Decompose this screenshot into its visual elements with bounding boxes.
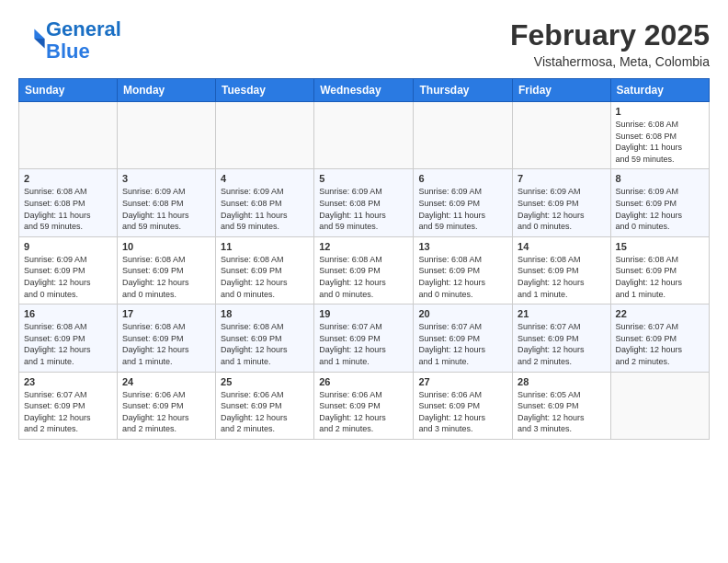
week-row-4: 23Sunrise: 6:07 AM Sunset: 6:09 PM Dayli… <box>19 372 710 439</box>
day-cell: 18Sunrise: 6:08 AM Sunset: 6:09 PM Dayli… <box>216 304 314 372</box>
day-number: 21 <box>518 308 606 319</box>
day-number: 15 <box>616 241 704 252</box>
calendar-body: 1Sunrise: 6:08 AM Sunset: 6:08 PM Daylig… <box>19 102 710 440</box>
day-info: Sunrise: 6:07 AM Sunset: 6:09 PM Dayligh… <box>616 321 704 367</box>
day-info: Sunrise: 6:06 AM Sunset: 6:09 PM Dayligh… <box>319 389 408 435</box>
day-info: Sunrise: 6:09 AM Sunset: 6:09 PM Dayligh… <box>24 254 112 300</box>
day-info: Sunrise: 6:08 AM Sunset: 6:08 PM Dayligh… <box>24 186 112 232</box>
weekday-sunday: Sunday <box>19 79 118 102</box>
day-cell: 27Sunrise: 6:06 AM Sunset: 6:09 PM Dayli… <box>414 372 513 439</box>
svg-marker-0 <box>34 29 44 40</box>
day-cell: 21Sunrise: 6:07 AM Sunset: 6:09 PM Dayli… <box>513 304 611 372</box>
day-info: Sunrise: 6:08 AM Sunset: 6:09 PM Dayligh… <box>24 321 112 367</box>
weekday-wednesday: Wednesday <box>314 79 414 102</box>
day-cell: 24Sunrise: 6:06 AM Sunset: 6:09 PM Dayli… <box>117 372 215 439</box>
day-number: 23 <box>24 376 112 387</box>
day-number: 2 <box>24 173 112 184</box>
day-cell: 22Sunrise: 6:07 AM Sunset: 6:09 PM Dayli… <box>610 304 709 372</box>
calendar: SundayMondayTuesdayWednesdayThursdayFrid… <box>18 78 710 440</box>
day-cell: 12Sunrise: 6:08 AM Sunset: 6:09 PM Dayli… <box>314 236 414 304</box>
day-number: 25 <box>221 376 309 387</box>
title-area: February 2025 Vistahermosa, Meta, Colomb… <box>510 18 710 69</box>
day-info: Sunrise: 6:07 AM Sunset: 6:09 PM Dayligh… <box>319 321 408 367</box>
day-info: Sunrise: 6:09 AM Sunset: 6:08 PM Dayligh… <box>221 186 309 232</box>
day-number: 11 <box>221 241 309 252</box>
day-cell: 19Sunrise: 6:07 AM Sunset: 6:09 PM Dayli… <box>314 304 414 372</box>
day-cell: 28Sunrise: 6:05 AM Sunset: 6:09 PM Dayli… <box>513 372 611 439</box>
day-number: 19 <box>319 308 408 319</box>
day-number: 4 <box>221 173 309 184</box>
logo: General Blue <box>18 18 121 63</box>
day-cell: 25Sunrise: 6:06 AM Sunset: 6:09 PM Dayli… <box>216 372 314 439</box>
day-info: Sunrise: 6:08 AM Sunset: 6:09 PM Dayligh… <box>418 254 507 300</box>
day-info: Sunrise: 6:08 AM Sunset: 6:09 PM Dayligh… <box>221 254 309 300</box>
day-cell <box>513 102 611 169</box>
month-title: February 2025 <box>510 18 710 52</box>
day-info: Sunrise: 6:09 AM Sunset: 6:09 PM Dayligh… <box>616 186 704 232</box>
day-cell: 15Sunrise: 6:08 AM Sunset: 6:09 PM Dayli… <box>610 236 709 304</box>
week-row-0: 1Sunrise: 6:08 AM Sunset: 6:08 PM Daylig… <box>19 102 710 169</box>
day-number: 12 <box>319 241 408 252</box>
header: General Blue February 2025 Vistahermosa,… <box>18 18 710 69</box>
day-info: Sunrise: 6:09 AM Sunset: 6:09 PM Dayligh… <box>418 186 507 232</box>
day-number: 8 <box>616 173 704 184</box>
day-number: 9 <box>24 241 112 252</box>
day-info: Sunrise: 6:07 AM Sunset: 6:09 PM Dayligh… <box>518 321 606 367</box>
day-cell: 11Sunrise: 6:08 AM Sunset: 6:09 PM Dayli… <box>216 236 314 304</box>
day-cell: 23Sunrise: 6:07 AM Sunset: 6:09 PM Dayli… <box>19 372 118 439</box>
day-number: 3 <box>122 173 210 184</box>
day-number: 22 <box>616 308 704 319</box>
day-number: 24 <box>122 376 210 387</box>
week-row-2: 9Sunrise: 6:09 AM Sunset: 6:09 PM Daylig… <box>19 236 710 304</box>
week-row-3: 16Sunrise: 6:08 AM Sunset: 6:09 PM Dayli… <box>19 304 710 372</box>
day-info: Sunrise: 6:08 AM Sunset: 6:09 PM Dayligh… <box>122 321 210 367</box>
day-info: Sunrise: 6:08 AM Sunset: 6:09 PM Dayligh… <box>319 254 408 300</box>
day-number: 10 <box>122 241 210 252</box>
day-info: Sunrise: 6:08 AM Sunset: 6:08 PM Dayligh… <box>616 119 704 165</box>
day-cell: 4Sunrise: 6:09 AM Sunset: 6:08 PM Daylig… <box>216 169 314 236</box>
day-cell: 9Sunrise: 6:09 AM Sunset: 6:09 PM Daylig… <box>19 236 118 304</box>
day-cell: 13Sunrise: 6:08 AM Sunset: 6:09 PM Dayli… <box>414 236 513 304</box>
day-cell: 5Sunrise: 6:09 AM Sunset: 6:08 PM Daylig… <box>314 169 414 236</box>
day-number: 6 <box>418 173 507 184</box>
day-cell: 17Sunrise: 6:08 AM Sunset: 6:09 PM Dayli… <box>117 304 215 372</box>
day-cell: 8Sunrise: 6:09 AM Sunset: 6:09 PM Daylig… <box>610 169 709 236</box>
day-cell: 6Sunrise: 6:09 AM Sunset: 6:09 PM Daylig… <box>414 169 513 236</box>
day-cell <box>414 102 513 169</box>
day-cell <box>610 372 709 439</box>
day-number: 20 <box>418 308 507 319</box>
weekday-tuesday: Tuesday <box>216 79 314 102</box>
logo-line2: Blue <box>46 40 90 63</box>
day-info: Sunrise: 6:07 AM Sunset: 6:09 PM Dayligh… <box>418 321 507 367</box>
day-info: Sunrise: 6:09 AM Sunset: 6:09 PM Dayligh… <box>518 186 606 232</box>
logo-line1: General <box>46 17 121 40</box>
day-number: 13 <box>418 241 507 252</box>
day-number: 14 <box>518 241 606 252</box>
day-cell: 26Sunrise: 6:06 AM Sunset: 6:09 PM Dayli… <box>314 372 414 439</box>
day-number: 5 <box>319 173 408 184</box>
weekday-monday: Monday <box>117 79 215 102</box>
day-cell: 20Sunrise: 6:07 AM Sunset: 6:09 PM Dayli… <box>414 304 513 372</box>
day-cell <box>19 102 118 169</box>
day-number: 27 <box>418 376 507 387</box>
logo-icon <box>20 26 46 52</box>
day-cell: 2Sunrise: 6:08 AM Sunset: 6:08 PM Daylig… <box>19 169 118 236</box>
day-info: Sunrise: 6:08 AM Sunset: 6:09 PM Dayligh… <box>221 321 309 367</box>
day-info: Sunrise: 6:06 AM Sunset: 6:09 PM Dayligh… <box>221 389 309 435</box>
day-info: Sunrise: 6:05 AM Sunset: 6:09 PM Dayligh… <box>518 389 606 435</box>
weekday-header: SundayMondayTuesdayWednesdayThursdayFrid… <box>19 79 710 102</box>
day-cell <box>216 102 314 169</box>
day-info: Sunrise: 6:09 AM Sunset: 6:08 PM Dayligh… <box>122 186 210 232</box>
logo-text: General Blue <box>46 18 121 63</box>
day-number: 7 <box>518 173 606 184</box>
day-info: Sunrise: 6:06 AM Sunset: 6:09 PM Dayligh… <box>122 389 210 435</box>
day-info: Sunrise: 6:08 AM Sunset: 6:09 PM Dayligh… <box>616 254 704 300</box>
day-cell: 16Sunrise: 6:08 AM Sunset: 6:09 PM Dayli… <box>19 304 118 372</box>
day-info: Sunrise: 6:08 AM Sunset: 6:09 PM Dayligh… <box>518 254 606 300</box>
day-number: 18 <box>221 308 309 319</box>
weekday-friday: Friday <box>513 79 611 102</box>
day-number: 1 <box>616 106 704 117</box>
day-cell: 14Sunrise: 6:08 AM Sunset: 6:09 PM Dayli… <box>513 236 611 304</box>
day-number: 28 <box>518 376 606 387</box>
svg-marker-1 <box>34 39 44 49</box>
